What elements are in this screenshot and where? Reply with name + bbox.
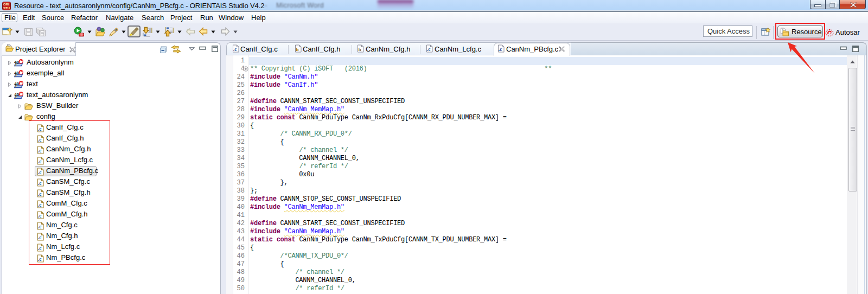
svg-text:ORI: ORI — [3, 3, 9, 6]
svg-text:STU: STU — [3, 7, 10, 10]
